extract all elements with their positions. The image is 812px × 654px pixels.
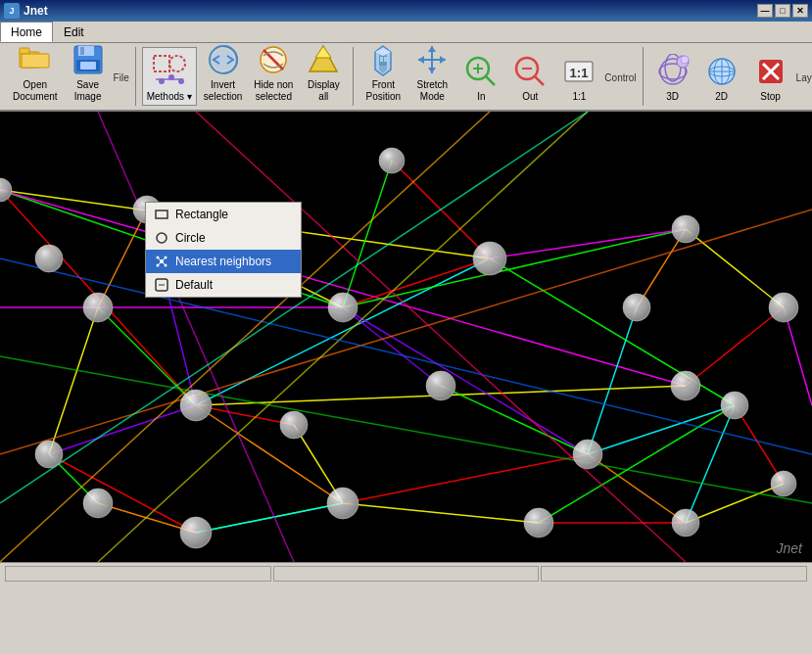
stop-icon [753, 54, 788, 89]
open-document-label: OpenDocument [13, 79, 58, 103]
svg-line-29 [486, 76, 495, 85]
default-label: Default [175, 278, 213, 292]
svg-marker-27 [428, 68, 436, 73]
svg-point-128 [157, 233, 167, 243]
zoom-11-icon: 1:1 [561, 54, 597, 89]
open-document-button[interactable]: OpenDocument [8, 47, 63, 106]
svg-line-77 [539, 405, 735, 523]
rectangle-icon [154, 207, 169, 222]
svg-line-70 [98, 307, 196, 405]
menu-tab-edit[interactable]: Edit [53, 22, 95, 42]
dropdown-item-nearest-neighbors[interactable]: Nearest neighbors [146, 250, 301, 273]
app-title: Jnet [24, 4, 48, 18]
canvas-area[interactable]: Rectangle Circle [0, 112, 812, 562]
svg-rect-127 [156, 210, 167, 218]
circle-icon [154, 230, 169, 246]
methods-button[interactable]: Methods ▾ [142, 47, 197, 106]
save-image-label: SaveImage [74, 79, 102, 103]
zoom-in-icon [463, 54, 499, 89]
display-all-button[interactable]: Displayall [300, 47, 347, 106]
titlebar-controls[interactable]: — □ ✕ [757, 4, 808, 18]
svg-line-100 [196, 112, 686, 562]
dropdown-item-rectangle[interactable]: Rectangle [146, 203, 301, 226]
display-all-icon [306, 42, 341, 77]
svg-point-120 [280, 411, 308, 439]
svg-line-62 [686, 229, 784, 307]
stretch-mode-icon [414, 42, 450, 77]
svg-point-114 [524, 508, 553, 537]
dropdown-item-default[interactable]: Default [146, 273, 301, 297]
svg-line-57 [343, 258, 490, 307]
toolbar-group-file: OpenDocument SaveImage File [2, 47, 136, 106]
svg-line-65 [343, 503, 539, 523]
maximize-button[interactable]: □ [775, 4, 790, 18]
zoom-out-button[interactable]: Out [506, 47, 553, 106]
3d-button[interactable]: 3D [649, 47, 696, 106]
svg-line-85 [686, 405, 735, 523]
methods-label: Methods ▾ [147, 91, 192, 103]
zoom-in-label: In [477, 91, 485, 103]
svg-line-60 [490, 229, 686, 258]
app-icon: J [4, 3, 20, 19]
svg-line-63 [686, 307, 784, 386]
toolbar-group-control: FrontPosition StretchMode [354, 47, 643, 106]
svg-marker-23 [418, 56, 424, 64]
menu-tab-home[interactable]: Home [0, 22, 53, 42]
svg-rect-8 [154, 56, 169, 71]
svg-point-9 [169, 56, 185, 71]
status-panel-3 [541, 566, 807, 582]
statusbar [0, 562, 812, 584]
stop-label: Stop [760, 91, 781, 103]
zoom-in-button[interactable]: In [457, 47, 504, 106]
control-group-label: Control [604, 72, 636, 83]
minimize-button[interactable]: — [757, 4, 773, 18]
stretch-mode-button[interactable]: StretchMode [408, 47, 455, 106]
svg-rect-20 [380, 57, 383, 62]
zoom-11-label: 1:1 [572, 91, 586, 103]
hide-non-selected-button[interactable]: Hide nonselected [249, 47, 298, 106]
front-position-label: FrontPosition [366, 79, 402, 103]
svg-point-122 [623, 294, 650, 321]
default-icon [154, 277, 169, 293]
zoom-out-label: Out [522, 91, 538, 103]
svg-line-135 [162, 257, 166, 261]
svg-point-117 [379, 148, 405, 173]
toolbar-group-layout: 3D 2D Stop [644, 47, 812, 106]
circle-label: Circle [175, 231, 206, 245]
svg-point-125 [35, 245, 63, 272]
svg-point-110 [721, 392, 748, 419]
toolbar: OpenDocument SaveImage File [0, 43, 812, 112]
methods-icon [152, 54, 187, 89]
2d-label: 2D [715, 91, 728, 103]
svg-rect-2 [22, 54, 49, 68]
invert-selection-button[interactable]: Invertselection [199, 47, 247, 106]
2d-button[interactable]: 2D [698, 47, 745, 106]
methods-dropdown: Rectangle Circle [145, 202, 302, 298]
svg-line-91 [441, 386, 588, 454]
svg-marker-24 [440, 56, 446, 64]
zoom-11-button[interactable]: 1:1 1:1 [555, 47, 602, 106]
close-button[interactable]: ✕ [792, 4, 808, 18]
dropdown-item-circle[interactable]: Circle [146, 226, 301, 250]
svg-line-134 [158, 257, 162, 261]
titlebar-left: J Jnet [4, 3, 48, 19]
svg-point-108 [327, 488, 358, 519]
nearest-neighbors-label: Nearest neighbors [175, 255, 271, 268]
svg-point-11 [159, 78, 165, 84]
stop-button[interactable]: Stop [747, 47, 794, 106]
svg-rect-1 [20, 48, 29, 54]
save-image-button[interactable]: SaveImage [65, 47, 112, 106]
svg-line-74 [196, 503, 343, 533]
toolbar-group-selection: Methods ▾ Invertselection [136, 47, 355, 106]
menubar: Home Edit [0, 22, 812, 43]
svg-rect-7 [80, 62, 96, 70]
svg-point-106 [672, 215, 699, 243]
network-visualization [0, 112, 812, 562]
svg-marker-18 [315, 46, 331, 58]
open-folder-icon [18, 42, 53, 77]
front-position-button[interactable]: FrontPosition [359, 47, 406, 106]
layout-group-label: Layout [796, 72, 812, 83]
svg-line-72 [49, 454, 196, 533]
svg-line-94 [588, 307, 637, 454]
svg-point-109 [573, 440, 602, 469]
